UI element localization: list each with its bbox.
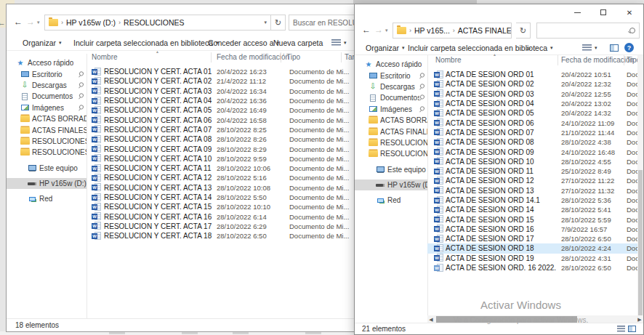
sidebar-item[interactable]: Escritorio: [7, 68, 86, 79]
file-row[interactable]: W RESOLUCION Y CERT. ACTA 07 28/10/2022 …: [86, 125, 383, 134]
file-row[interactable]: W RESOLUCION Y CERT. ACTA 06 20/4/2022 1…: [86, 115, 383, 124]
sidebar-item[interactable]: HP v165w (D:): [7, 178, 86, 189]
forward-button[interactable]: →: [26, 14, 35, 30]
sidebar-item[interactable]: ACTAS FINALES: [355, 126, 427, 137]
conceder-acceso-menu[interactable]: Conceder acceso a: [208, 35, 279, 50]
sidebar-item[interactable]: HP v165w (D:): [355, 179, 427, 190]
sidebar-item[interactable]: Descargas: [7, 80, 86, 91]
file-row[interactable]: W RESOLUCION Y CERT. ACTA 15 28/10/2022 …: [86, 202, 383, 211]
back-button[interactable]: ←: [14, 14, 23, 30]
sidebar-item[interactable]: RESOLUCIONES: [7, 136, 86, 147]
address-bar[interactable]: › HP v165... › ACTAS FINALES ▾: [393, 23, 512, 39]
breadcrumb-folder[interactable]: RESOLUCIONES: [124, 18, 184, 27]
view-options-button[interactable]: ▾: [582, 41, 597, 55]
sidebar-item[interactable]: ACTAS FINALES: [7, 124, 86, 135]
sidebar-item[interactable]: Imágenes: [355, 104, 427, 115]
column-divider[interactable]: [211, 52, 212, 62]
file-row[interactable]: W RESOLUCION Y CERT. ACTA 02 21/4/2022 1…: [86, 76, 383, 86]
vertical-scrollbar[interactable]: [637, 55, 643, 315]
sidebar-item[interactable]: Este equipo: [355, 164, 427, 175]
title-bar[interactable]: ✕: [355, 4, 643, 20]
file-row[interactable]: W ACTA DE SESION ORD 17 28/10/2022 6:50 …: [427, 234, 637, 243]
column-divider[interactable]: [341, 52, 342, 62]
search-box[interactable]: [536, 23, 640, 39]
sidebar-item[interactable]: ACTAS BORRADOR: [355, 115, 427, 126]
file-row[interactable]: W ACTA DE SESION ORD 13 27/10/2022 11:32…: [427, 186, 637, 195]
maximize-button[interactable]: [593, 6, 613, 19]
file-row[interactable]: W RESOLUCION Y CERT. ACTA 16 28/10/2022 …: [86, 211, 383, 221]
column-divider[interactable]: [281, 52, 281, 62]
file-row[interactable]: W RESOLUCION Y CERT. ACTA 11 28/10/2022 …: [86, 164, 383, 173]
file-row[interactable]: W ACTA DE SESION ORD 14 28/10/2022 5:41 …: [427, 205, 637, 214]
column-header-fecha[interactable]: Fecha de modificación: [217, 53, 289, 61]
sidebar-item[interactable]: Escritorio: [355, 70, 427, 81]
sidebar-item[interactable]: Red: [355, 195, 427, 206]
sidebar-item[interactable]: Descargas: [355, 81, 427, 92]
minimize-button[interactable]: [567, 6, 587, 19]
file-row[interactable]: W ACTA DE SESION ORD 04 20/4/2022 13:02 …: [427, 99, 637, 108]
toolbar-overflow-chevron[interactable]: »: [526, 41, 531, 55]
file-row[interactable]: W ACTA DE SESION ORD 14.1 28/10/2022 5:3…: [427, 195, 637, 205]
file-row[interactable]: W RESOLUCION Y CERT. ACTA 03 20/4/2022 1…: [86, 86, 383, 96]
file-row[interactable]: W ACTA DE SESION ORD 15 28/10/2022 5:59 …: [427, 214, 637, 224]
close-button[interactable]: ✕: [619, 6, 640, 19]
organizar-menu[interactable]: Organizar: [366, 41, 405, 55]
file-row[interactable]: W RESOLUCION Y CERT. ACTA 18 28/10/2022 …: [86, 231, 383, 241]
sidebar-item[interactable]: Red: [7, 193, 86, 204]
file-row[interactable]: W RESOLUCION Y CERT. ACTA 10 28/10/2022 …: [86, 154, 383, 164]
back-button[interactable]: ←: [362, 22, 371, 38]
file-row[interactable]: W ACTA DE SESION ORD 03 20/4/2022 12:55 …: [427, 89, 637, 99]
file-row[interactable]: W RESOLUCION Y CERT. ACTA 01 20/4/2022 1…: [86, 67, 383, 76]
file-row[interactable]: W ACTA DE SESIÓN ORD 06 24/10/2022 11:09…: [427, 118, 637, 127]
sidebar-item[interactable]: Acceso rápido: [355, 59, 427, 70]
file-row[interactable]: W RESOLUCION Y CERT. ACTA 13 28/10/2022 …: [86, 183, 383, 193]
vertical-scrollbar-thumb[interactable]: [638, 170, 643, 317]
sidebar-item[interactable]: RESOLUCIONES 202: [7, 147, 86, 158]
sidebar-item[interactable]: Acceso rápido: [7, 57, 86, 68]
sidebar-item[interactable]: ACTAS BORRADOR: [7, 113, 86, 124]
file-row[interactable]: W RESOLUCION Y CERT. ACTA 09 28/10/2022 …: [86, 144, 383, 153]
file-row[interactable]: W RESOLUCION Y CERT. ACTA 14 28/10/2022 …: [86, 193, 383, 202]
file-row[interactable]: W ACTA DE SESION ORD 09 24/10/2022 16:48…: [427, 147, 637, 156]
preview-pane-button[interactable]: [610, 41, 619, 55]
file-row[interactable]: W ACTA DE SESION ORD 10 28/10/2022 4:55 …: [427, 157, 637, 166]
details-view-toggle-icon[interactable]: [617, 326, 625, 333]
file-row[interactable]: W RESOLUCION Y CERT. ACTA 05 20/4/2022 1…: [86, 105, 383, 115]
file-row[interactable]: W ACTA DE SESION ORD 18 28/10/2022 4:24 …: [427, 243, 637, 253]
file-row[interactable]: W ACTA DE SESION ORD 02 20/4/2022 12:32 …: [427, 79, 637, 89]
nueva-carpeta-button[interactable]: Nueva carpeta: [273, 35, 323, 50]
file-row[interactable]: W ACTA DE SESION ORD 01 20/4/2022 10:51 …: [427, 70, 637, 79]
sidebar-item[interactable]: RESOLUCIONES: [355, 137, 427, 148]
file-row[interactable]: W ACTA DE SESION ORD 19 28/10/2022 4:31 …: [427, 254, 637, 263]
refresh-button[interactable]: ↻: [516, 23, 531, 39]
column-divider[interactable]: [624, 55, 624, 65]
column-header-tipo[interactable]: Tipo: [286, 53, 300, 61]
large-icons-view-toggle-icon[interactable]: [628, 326, 636, 332]
sidebar-item[interactable]: Este equipo: [7, 163, 86, 174]
sidebar-item[interactable]: Documentos: [355, 92, 427, 103]
file-row[interactable]: W RESOLUCION Y CERT. ACTA 04 20/4/2022 1…: [86, 96, 383, 105]
file-row[interactable]: W RESOLUCION Y CERT. ACTA 08 28/10/2022 …: [86, 134, 383, 144]
help-button[interactable]: ?: [624, 41, 634, 55]
file-row[interactable]: W ACTA DE SESION ORD 05 20/4/2022 14:32 …: [427, 108, 637, 118]
sidebar-item[interactable]: RESOLUCIONES 202: [355, 148, 427, 159]
file-row[interactable]: W ACTA DE SESION ORD. 16 2022. 28/10/202…: [427, 263, 637, 273]
recent-locations-caret-icon[interactable]: ▾: [37, 14, 40, 31]
recent-locations-caret-icon[interactable]: ▾: [385, 22, 388, 39]
breadcrumb-folder[interactable]: ACTAS FINALES: [458, 26, 512, 35]
refresh-button[interactable]: ↻: [271, 15, 286, 31]
file-row[interactable]: W ACTA DE SESION ORD 08 28/10/2022 4:38 …: [427, 137, 637, 147]
file-row[interactable]: W ACTA DE SESION ORD 16 7/9/2022 16:57 D…: [427, 225, 637, 234]
view-options-button[interactable]: ▾: [331, 35, 347, 50]
column-divider[interactable]: [558, 55, 558, 65]
address-bar[interactable]: › HP v165w (D:) › RESOLUCIONES ▾: [44, 15, 271, 31]
incluir-en-biblioteca-menu[interactable]: Incluir carpeta seleccionada en bibliote…: [408, 41, 553, 55]
breadcrumb-drive[interactable]: HP v165...: [414, 26, 450, 35]
sidebar-item[interactable]: Imágenes: [7, 102, 86, 113]
organizar-menu[interactable]: Organizar: [23, 35, 62, 50]
forward-button[interactable]: →: [374, 22, 383, 38]
file-row[interactable]: W ACTA DE SESION ORD 07 21/10/2022 11:44…: [427, 128, 637, 137]
file-row[interactable]: W ACTA DE SESION ORD 11 25/10/2022 8:49 …: [427, 166, 637, 176]
column-header-nombre[interactable]: Nombre: [92, 53, 118, 61]
sidebar-item[interactable]: Documentos: [7, 91, 86, 102]
